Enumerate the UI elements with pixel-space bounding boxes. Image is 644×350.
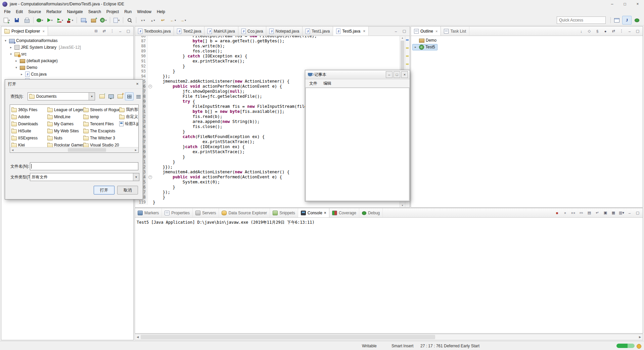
run-external-tools-button[interactable]: ▾ (65, 16, 75, 25)
close-view-icon[interactable]: × (435, 29, 438, 33)
expander-closed-icon[interactable]: ▸ (413, 45, 418, 49)
dropdown-arrow-icon[interactable]: ▾ (62, 19, 63, 22)
code-line-90[interactable]: 90 } catch (IOException ex) { (135, 54, 400, 59)
dropdown-arrow-icon[interactable]: ▾ (105, 19, 106, 22)
console-output[interactable]: Test5 [Java Application] D:\jave\bin\jav… (135, 218, 643, 333)
notepad-menu-文件[interactable]: 文件 (307, 80, 320, 87)
code-line-91[interactable]: 91 ex.printStackTrace(); (135, 59, 400, 64)
notepad-maximize-button[interactable]: □ (394, 71, 400, 78)
tree-item-jre-system-library[interactable]: ▸JRE System Library [JavaSE-12] (1, 44, 133, 51)
dropdown-arrow-icon[interactable]: ▾ (118, 19, 120, 22)
cancel-button[interactable]: 取消 (117, 186, 138, 194)
save-button[interactable] (12, 16, 22, 25)
last-edit-location-button[interactable] (158, 16, 168, 25)
file-item-hisuite[interactable]: HiSuite (11, 127, 47, 134)
notepad-text-area[interactable] (306, 88, 409, 201)
search-button[interactable] (125, 16, 135, 25)
tree-item-src[interactable]: ▾src (1, 51, 133, 57)
tree-item-computationalformulas[interactable]: ▾Computationalformulas (1, 37, 133, 44)
dropdown-arrow-icon[interactable]: ▾ (185, 19, 186, 22)
debug-perspective-button[interactable] (632, 16, 642, 25)
view-tab-snippets[interactable]: Snippets (270, 208, 298, 217)
look-in-combo[interactable]: Documents ▼ (28, 92, 95, 100)
debug-button[interactable]: ▾ (35, 16, 45, 25)
maximize-button[interactable]: ▢ (634, 28, 641, 35)
forward-button[interactable]: ▾ (178, 16, 188, 25)
dropdown-arrow-icon[interactable]: ▾ (175, 19, 176, 22)
file-item-自定义-offic[interactable]: 自定义 Offic (119, 113, 138, 120)
file-item-360js-files[interactable]: 360js Files (11, 106, 47, 113)
up-one-level-button[interactable] (98, 92, 106, 100)
combo-dropdown-icon[interactable]: ▼ (133, 173, 139, 181)
quick-access-input[interactable] (557, 16, 606, 24)
pin-console-button[interactable]: ▣ (602, 209, 609, 217)
editor-tab-cco-java[interactable]: Cco.java (238, 27, 267, 36)
new-class-button[interactable]: ▾ (98, 16, 108, 25)
window-minimize-button[interactable]: – (606, 0, 618, 8)
view-tab-coverage[interactable]: Coverage (329, 208, 359, 217)
file-item-rockstar-games[interactable]: Rockstar Games (47, 141, 83, 147)
file-item-my-web-sites[interactable]: My Web Sites (47, 127, 83, 134)
word-wrap-button[interactable]: ↵ (594, 209, 601, 217)
view-tab-outline[interactable]: Outline× (411, 27, 441, 36)
terminate-button[interactable]: ■ (553, 209, 561, 217)
file-item-我的形状[interactable]: 我的形状 (119, 106, 138, 113)
notification-icon[interactable] (637, 344, 641, 349)
notepad-title-bar[interactable]: 记事本 – □ × (305, 70, 410, 79)
file-item-nuts[interactable]: Nuts (47, 134, 83, 141)
view-tab-task-list[interactable]: Task List (441, 27, 469, 36)
dropdown-arrow-icon[interactable]: ▾ (42, 19, 43, 22)
minimize-view-button[interactable]: – (392, 28, 400, 35)
combo-dropdown-icon[interactable]: ▼ (89, 93, 95, 100)
link-with-editor-button[interactable]: ⇄ (610, 28, 617, 35)
view-tab-servers[interactable]: Servers (193, 208, 219, 217)
notepad-menu-编辑[interactable]: 编辑 (321, 80, 334, 87)
new-java-project-button[interactable] (78, 16, 88, 25)
view-tab-data-source-explorer[interactable]: Data Source Explorer (219, 208, 270, 217)
remove-launch-button[interactable]: × (561, 209, 569, 217)
scroll-lock-button[interactable]: ▤ (586, 209, 593, 217)
collapse-all-button[interactable]: ⊟ (92, 28, 100, 35)
scroll-left-icon[interactable]: ◀ (135, 336, 140, 339)
scroll-down-icon[interactable]: ▼ (400, 204, 405, 207)
file-item-adobe[interactable]: Adobe (11, 113, 47, 120)
file-item-streets-of-rogue[interactable]: Streets of Rogue (83, 106, 119, 113)
scroll-up-icon[interactable]: ▲ (400, 37, 405, 39)
view-menu-button[interactable]: ⋮ (618, 28, 625, 35)
file-item-mindline[interactable]: MindLine (47, 113, 83, 120)
hide-static-button[interactable]: § (594, 28, 601, 35)
expander-open-icon[interactable]: ▾ (3, 39, 8, 42)
code-line-86[interactable]: 86 FileOutputStream fos = new FileOutput… (135, 36, 400, 39)
file-item-klei[interactable]: Klei (11, 141, 47, 147)
menu-search[interactable]: Search (86, 9, 104, 15)
tree-item-cco-java[interactable]: ▸Cco.java (1, 71, 133, 78)
minimize-button[interactable]: – (117, 28, 124, 35)
new-wizard-button[interactable]: ▾ (2, 16, 12, 25)
file-item-temp[interactable]: temp (83, 113, 119, 120)
dropdown-arrow-icon[interactable]: ▾ (143, 19, 145, 22)
menu-navigate[interactable]: Navigate (64, 9, 85, 15)
file-item-the-escapists[interactable]: The Escapists (83, 127, 119, 134)
run-button[interactable]: ▾ (45, 16, 55, 25)
view-tab-properties[interactable]: Properties (162, 208, 193, 217)
menu-help[interactable]: Help (154, 9, 168, 15)
file-type-combo[interactable]: 所有文件 ▼ (30, 173, 139, 181)
file-item-league-of-legends[interactable]: League of Legends (47, 106, 83, 113)
close-tab-icon[interactable]: × (363, 29, 365, 34)
file-item-visual-studio-2019[interactable]: Visual Studio 2019 (83, 141, 119, 147)
display-selected-console-button[interactable]: ▦ (610, 209, 617, 217)
scroll-right-icon[interactable]: ▶ (133, 149, 138, 151)
remove-all-launches-button[interactable]: ×× (569, 209, 577, 217)
minimize-button[interactable]: – (626, 28, 633, 35)
minimize-button[interactable]: – (626, 209, 633, 217)
maximize-button[interactable]: ▢ (634, 209, 641, 217)
menu-project[interactable]: Project (104, 9, 122, 15)
open-console-button[interactable]: ▥▾ (618, 209, 625, 217)
editor-tab-text2-java[interactable]: Text2.java (174, 27, 204, 36)
editor-tab-notepad-java[interactable]: Notepad.java (266, 27, 303, 36)
file-list-scrollbar[interactable]: ◀ ▶ (10, 147, 138, 152)
open-task-button[interactable]: ▾ (111, 16, 122, 25)
clear-console-button[interactable]: ▭ (578, 209, 585, 217)
list-view-button[interactable] (125, 92, 134, 100)
maximize-button[interactable]: ▢ (125, 28, 132, 35)
